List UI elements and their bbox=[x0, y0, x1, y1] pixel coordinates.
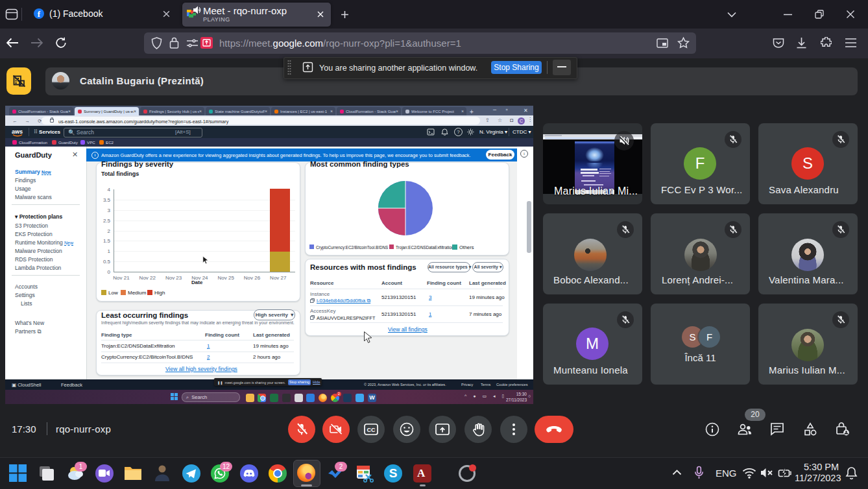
svg-text:CC: CC bbox=[367, 427, 376, 433]
